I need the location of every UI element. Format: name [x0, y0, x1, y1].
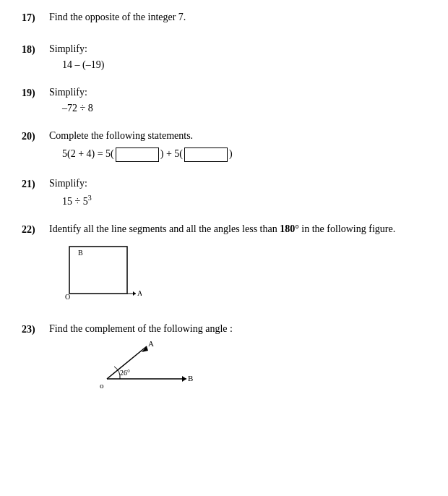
q21-label: Simplify: — [49, 178, 426, 189]
q18-expression: 14 – (–19) — [62, 59, 426, 71]
q18-number: 18) — [22, 43, 49, 56]
q17-label: Find the opposite of the integer 7. — [49, 12, 426, 23]
q20-number: 20) — [22, 130, 49, 142]
q19-content: Simplify: –72 ÷ 8 — [49, 87, 426, 114]
question-19: 19) Simplify: –72 ÷ 8 — [22, 87, 426, 114]
q23-content: Find the complement of the following ang… — [49, 323, 426, 400]
q20-content: Complete the following statements. 5(2 +… — [49, 130, 426, 162]
question-17: 17) Find the opposite of the integer 7. — [22, 12, 426, 27]
q17-number: 17) — [22, 12, 49, 24]
q21-content: Simplify: 15 ÷ 53 — [49, 178, 426, 208]
q21-expression: 15 ÷ 53 — [62, 194, 426, 208]
q20-expr-part3: ) — [229, 148, 233, 159]
question-23: 23) Find the complement of the following… — [22, 323, 426, 400]
q22-content: Identify all the line segments and all t… — [49, 223, 426, 307]
question-22: 22) Identify all the line segments and a… — [22, 223, 426, 307]
q18-label: Simplify: — [49, 43, 426, 55]
q23-label: Find the complement of the following ang… — [49, 323, 426, 335]
q22-figure: B O A — [62, 239, 426, 307]
svg-text:A: A — [148, 339, 154, 348]
q22-number: 22) — [22, 223, 49, 236]
q19-expression: –72 ÷ 8 — [62, 103, 426, 114]
q20-expr-part2: ) + 5( — [160, 148, 183, 159]
q20-blank-2[interactable] — [184, 147, 228, 162]
svg-marker-4 — [133, 291, 136, 296]
svg-text:A: A — [137, 289, 142, 297]
q22-label-text: Identify all the line segments and all t… — [49, 223, 395, 234]
q23-figure: o B A 26° — [92, 339, 426, 400]
svg-marker-9 — [182, 376, 186, 382]
svg-text:O: O — [65, 293, 70, 301]
svg-text:B: B — [188, 374, 193, 382]
svg-text:B: B — [78, 249, 83, 257]
q17-content: Find the opposite of the integer 7. — [49, 12, 426, 27]
q20-expression: 5(2 + 4) = 5() + 5() — [62, 147, 426, 162]
q19-label: Simplify: — [49, 87, 426, 98]
svg-text:26°: 26° — [120, 369, 130, 377]
q20-expr-part1: 5(2 + 4) = 5( — [62, 148, 114, 159]
question-18: 18) Simplify: 14 – (–19) — [22, 43, 426, 71]
q22-bold-180: 180° — [280, 223, 299, 234]
q20-label: Complete the following statements. — [49, 130, 426, 142]
svg-text:o: o — [100, 381, 104, 390]
q21-expr-base: 15 ÷ 5 — [62, 196, 88, 207]
q23-number: 23) — [22, 323, 49, 335]
q19-number: 19) — [22, 87, 49, 99]
q22-label: Identify all the line segments and all t… — [49, 223, 426, 235]
q21-number: 21) — [22, 178, 49, 190]
q21-superscript: 3 — [88, 194, 92, 202]
question-20: 20) Complete the following statements. 5… — [22, 130, 426, 162]
q22-rect-figure: B O A — [62, 239, 142, 304]
q23-angle-figure: o B A 26° — [92, 339, 194, 397]
question-21: 21) Simplify: 15 ÷ 53 — [22, 178, 426, 208]
q18-content: Simplify: 14 – (–19) — [49, 43, 426, 71]
q20-blank-1[interactable] — [116, 147, 159, 162]
